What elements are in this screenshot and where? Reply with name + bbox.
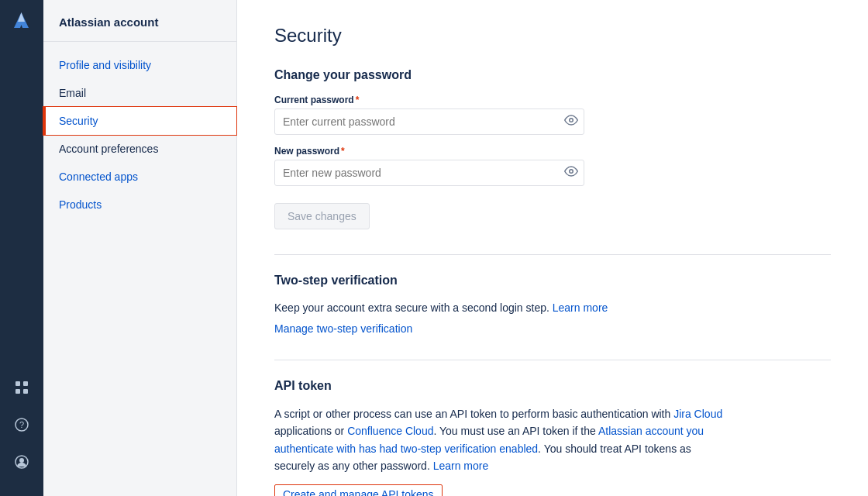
- sidebar-item-account-preferences[interactable]: Account preferences: [43, 135, 236, 163]
- two-step-learn-more-link[interactable]: Learn more: [553, 301, 608, 314]
- current-password-group: Current password*: [274, 95, 831, 135]
- svg-point-9: [570, 170, 574, 174]
- save-changes-button[interactable]: Save changes: [274, 203, 370, 229]
- page-title: Security: [274, 25, 831, 46]
- api-token-description: A script or other process can use an API…: [274, 405, 724, 475]
- change-password-section: Change your password Current password* N…: [274, 68, 831, 229]
- current-password-label: Current password*: [274, 95, 831, 105]
- sidebar-item-profile[interactable]: Profile and visibility: [43, 51, 236, 79]
- divider-1: [274, 254, 831, 255]
- new-password-toggle-icon[interactable]: [564, 164, 578, 181]
- sidebar: Atlassian account Profile and visibility…: [43, 0, 237, 496]
- new-required-star: *: [341, 146, 345, 157]
- required-star: *: [356, 95, 360, 105]
- user-avatar-icon[interactable]: [9, 450, 34, 474]
- sidebar-item-email[interactable]: Email: [43, 79, 236, 107]
- rail-bottom-icons: ?: [9, 375, 34, 487]
- new-password-group: New password*: [274, 146, 831, 186]
- new-password-label: New password*: [274, 146, 831, 157]
- svg-point-8: [570, 119, 574, 122]
- apps-icon[interactable]: [9, 375, 34, 400]
- divider-2: [274, 360, 831, 360]
- two-step-description: Keep your account extra secure with a se…: [274, 300, 831, 316]
- svg-rect-1: [23, 381, 28, 386]
- new-password-wrapper: [274, 160, 584, 186]
- new-password-input[interactable]: [274, 160, 584, 186]
- sidebar-nav: Profile and visibility Email Security Ac…: [43, 42, 236, 228]
- svg-rect-2: [16, 389, 20, 394]
- icon-rail: ?: [0, 0, 43, 496]
- jira-cloud-text: Jira Cloud: [673, 408, 722, 420]
- sidebar-item-connected-apps[interactable]: Connected apps: [43, 163, 236, 191]
- svg-rect-0: [16, 381, 20, 386]
- svg-rect-3: [23, 389, 28, 394]
- svg-text:?: ?: [19, 420, 24, 429]
- svg-point-7: [19, 458, 24, 463]
- api-token-title: API token: [274, 379, 831, 393]
- sidebar-item-products[interactable]: Products: [43, 191, 236, 219]
- change-password-title: Change your password: [274, 68, 831, 82]
- create-manage-tokens-link[interactable]: Create and manage API tokens: [274, 484, 443, 496]
- sidebar-header: Atlassian account: [43, 0, 236, 42]
- main-content: Security Change your password Current pa…: [237, 0, 868, 496]
- current-password-input[interactable]: [274, 108, 584, 135]
- two-step-section: Two-step verification Keep your account …: [274, 274, 831, 335]
- two-step-title: Two-step verification: [274, 274, 831, 288]
- atlassian-logo[interactable]: [9, 9, 34, 34]
- confluence-cloud-text: Confluence Cloud: [347, 425, 433, 437]
- current-password-wrapper: [274, 108, 584, 135]
- api-learn-more-link[interactable]: Learn more: [433, 460, 489, 472]
- help-icon[interactable]: ?: [9, 412, 34, 437]
- current-password-toggle-icon[interactable]: [564, 113, 578, 130]
- atlassian-account-text: Atlassian account you authenticate with …: [274, 425, 704, 454]
- api-token-section: API token A script or other process can …: [274, 379, 831, 496]
- sidebar-item-security[interactable]: Security: [43, 107, 236, 135]
- manage-two-step-link[interactable]: Manage two-step verification: [274, 322, 831, 335]
